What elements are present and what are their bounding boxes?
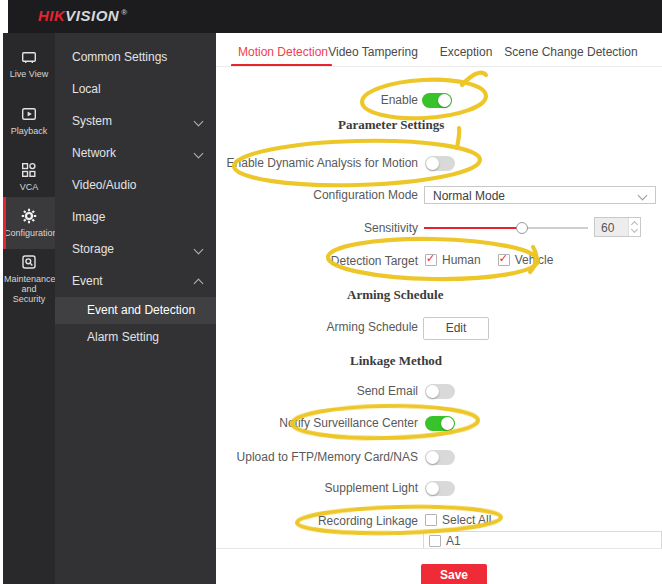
save-button[interactable]: Save	[421, 564, 487, 584]
menu-item-storage[interactable]: Storage	[55, 236, 216, 262]
enable-toggle[interactable]	[422, 93, 452, 108]
vehicle-checkbox[interactable]	[498, 254, 510, 266]
send-email-toggle[interactable]	[425, 384, 455, 399]
dynamic-analysis-label: Enable Dynamic Analysis for Motion	[216, 155, 418, 171]
tab-scene-change-detection[interactable]: Scene Change Detection	[504, 45, 637, 59]
menu-item-label: System	[72, 114, 112, 128]
rail-item-label: Maintenance and Security	[4, 274, 54, 304]
linkage-method-heading: Linkage Method	[350, 353, 442, 369]
send-email-label: Send Email	[216, 383, 418, 399]
vehicle-checkbox-label: Vehicle	[515, 253, 554, 267]
supplement-light-toggle[interactable]	[425, 481, 455, 496]
menu-item-label: Video/Audio	[72, 178, 137, 192]
configuration-icon	[21, 208, 37, 224]
recording-linkage-label: Recording Linkage	[216, 513, 418, 529]
sensitivity-slider[interactable]	[424, 220, 588, 236]
edit-button[interactable]: Edit	[423, 317, 489, 340]
chevron-down-icon	[194, 117, 204, 127]
hikvision-logo: HIKVISION®	[38, 7, 128, 24]
rail-item-label: Live View	[4, 69, 54, 79]
logo-registered-mark: ®	[121, 8, 127, 17]
tab-exception[interactable]: Exception	[440, 45, 493, 59]
menu-item-label: Alarm Setting	[87, 330, 159, 344]
select-all-label: Select All	[442, 513, 491, 527]
recording-channel-list: A1	[423, 531, 662, 548]
app-window: HIKVISION® Live View Playback	[0, 0, 662, 584]
arming-schedule-heading: Arming Schedule	[347, 287, 443, 303]
enable-label: Enable	[216, 92, 418, 108]
rail-item-live-view[interactable]: Live View	[3, 45, 55, 83]
playback-icon	[21, 106, 37, 122]
menu-item-local[interactable]: Local	[55, 76, 216, 102]
chevron-down-icon	[194, 245, 204, 255]
tab-video-tampering[interactable]: Video Tampering	[328, 45, 418, 59]
configuration-mode-value: Normal Mode	[433, 189, 505, 203]
rail-item-maintenance[interactable]: Maintenance and Security	[3, 255, 55, 303]
chevron-up-icon	[194, 279, 204, 289]
menu-item-system[interactable]: System	[55, 108, 216, 134]
number-spinner[interactable]	[628, 218, 640, 236]
menu-item-label: Event	[72, 274, 103, 288]
topbar: HIKVISION®	[8, 0, 662, 33]
select-all-checkbox[interactable]	[425, 514, 437, 526]
tab-motion-detection[interactable]: Motion Detection	[238, 45, 328, 59]
slider-fill	[424, 227, 522, 229]
menu-item-network[interactable]: Network	[55, 140, 216, 166]
menu-item-image[interactable]: Image	[55, 204, 216, 230]
menu-item-label: Local	[72, 82, 101, 96]
upload-ftp-label: Upload to FTP/Memory Card/NAS	[216, 449, 418, 465]
menu-item-common-settings[interactable]: Common Settings	[55, 44, 216, 70]
sensitivity-input[interactable]: 60	[594, 217, 641, 237]
chevron-down-icon	[194, 149, 204, 159]
human-checkbox-label: Human	[442, 253, 481, 267]
dynamic-analysis-toggle[interactable]	[425, 156, 455, 171]
a1-checkbox-label: A1	[446, 534, 461, 548]
tab-divider	[216, 66, 662, 67]
sensitivity-value: 60	[601, 220, 614, 236]
rail-item-playback[interactable]: Playback	[3, 102, 55, 140]
channel-row-a1: A1	[424, 532, 661, 548]
a1-checkbox[interactable]	[429, 535, 441, 547]
rail-item-configuration[interactable]: Configuration	[3, 197, 55, 249]
rail-item-vca[interactable]: VCA	[3, 158, 55, 196]
human-checkbox[interactable]	[425, 254, 437, 266]
menu-item-label: Common Settings	[72, 50, 167, 64]
upload-ftp-toggle[interactable]	[425, 450, 455, 465]
chevron-down-icon	[638, 191, 648, 201]
menu-item-label: Event and Detection	[87, 303, 195, 317]
settings-menu: Common Settings Local System Network Vid…	[55, 33, 216, 584]
spinner-down-icon[interactable]	[631, 226, 638, 233]
menu-item-event-and-detection[interactable]: Event and Detection	[55, 297, 216, 324]
parameter-settings-heading: Parameter Settings	[338, 117, 444, 133]
sensitivity-label: Sensitivity	[216, 220, 418, 236]
notify-surveillance-center-toggle[interactable]	[425, 416, 455, 431]
arming-schedule-label: Arming Schedule	[216, 319, 418, 335]
select-all-row: Select All	[425, 513, 491, 527]
menu-item-label: Storage	[72, 242, 114, 256]
logo-hik: HIK	[38, 7, 65, 24]
vca-icon	[21, 162, 37, 178]
configuration-mode-select[interactable]: Normal Mode	[424, 186, 656, 204]
detection-target-label: Detection Target	[216, 253, 418, 269]
menu-item-alarm-setting[interactable]: Alarm Setting	[55, 324, 216, 350]
supplement-light-label: Supplement Light	[216, 480, 418, 496]
main-content: Motion Detection Video Tampering Excepti…	[216, 33, 662, 584]
slider-thumb[interactable]	[516, 222, 528, 234]
menu-item-video-audio[interactable]: Video/Audio	[55, 172, 216, 198]
menu-item-event[interactable]: Event	[55, 268, 216, 294]
menu-item-label: Network	[72, 146, 116, 160]
nav-rail: Live View Playback VCA	[3, 33, 55, 584]
notify-surveillance-center-label: Notify Surveillance Center	[216, 415, 418, 431]
configuration-mode-label: Configuration Mode	[216, 187, 418, 203]
maintenance-icon	[21, 254, 37, 270]
rail-item-label: Playback	[4, 126, 54, 136]
menu-item-label: Image	[72, 210, 105, 224]
detection-target-options: Human Vehicle	[425, 253, 553, 267]
rail-item-label: Configuration	[4, 228, 54, 238]
live-view-icon	[21, 49, 37, 65]
rail-item-label: VCA	[4, 182, 54, 192]
footer-bar: Save	[216, 548, 662, 584]
logo-vision: VISION	[65, 7, 119, 24]
